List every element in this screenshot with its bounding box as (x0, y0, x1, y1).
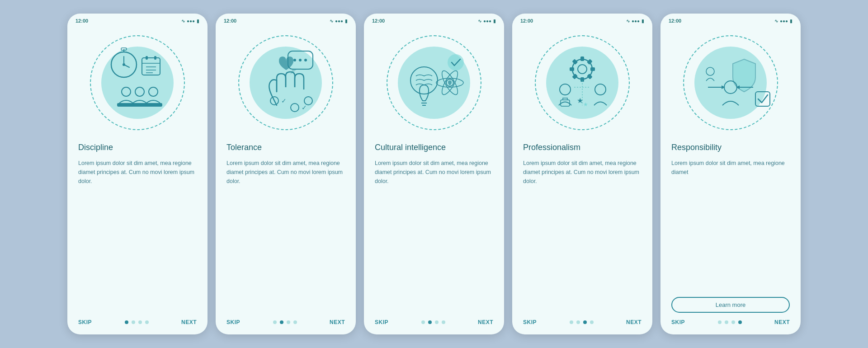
svg-point-19 (293, 59, 296, 61)
dot-r3 (731, 320, 735, 324)
professionalism-illustration: ★ ★ (530, 31, 634, 135)
dot-p1 (570, 320, 573, 324)
tolerance-dots (273, 320, 297, 324)
dot-c4 (442, 320, 445, 324)
svg-rect-38 (587, 59, 593, 65)
svg-point-20 (299, 59, 302, 61)
cultural-bottom-nav: SKIP NEXT (364, 313, 504, 325)
svg-point-58 (706, 67, 714, 75)
battery-icon-2: ▮ (345, 19, 348, 24)
screen-cultural: 12:00 ∿ ●●● ▮ (364, 14, 504, 334)
status-bar-4: 12:00 ∿ ●●● ▮ (512, 14, 652, 26)
status-bar-1: 12:00 ∿ ●●● ▮ (67, 14, 208, 26)
professionalism-next-btn[interactable]: NEXT (626, 319, 642, 325)
svg-point-15 (135, 87, 144, 96)
responsibility-dots (718, 320, 742, 324)
dot-t2 (280, 320, 283, 324)
signal-icon-2: ●●● (335, 19, 343, 24)
discipline-svg (92, 38, 183, 128)
professionalism-title: Professionalism (523, 143, 642, 152)
tolerance-illustration: ✓ ✓ (234, 31, 338, 135)
dot-t4 (293, 320, 297, 324)
svg-rect-42 (572, 74, 578, 80)
wifi-icon: ∿ (181, 19, 185, 24)
discipline-next-btn[interactable]: NEXT (181, 319, 197, 325)
learn-more-button[interactable]: Learn more (671, 297, 790, 313)
discipline-skip-btn[interactable]: SKIP (78, 319, 92, 325)
cultural-next-btn[interactable]: NEXT (478, 319, 493, 325)
professionalism-skip-btn[interactable]: SKIP (523, 319, 537, 325)
responsibility-svg (685, 38, 776, 128)
cultural-dots (421, 320, 445, 324)
svg-point-47 (595, 84, 606, 95)
responsibility-skip-btn[interactable]: SKIP (671, 319, 685, 325)
battery-icon-5: ▮ (790, 19, 793, 24)
professionalism-svg: ★ ★ (537, 38, 627, 128)
svg-point-34 (448, 54, 464, 71)
svg-rect-37 (580, 56, 584, 61)
cultural-svg (389, 38, 479, 128)
responsibility-content: Responsibility Lorem ipsum dolor sit dim… (660, 143, 801, 313)
svg-point-36 (578, 65, 587, 74)
dot-c1 (421, 320, 425, 324)
tolerance-title: Tolerance (226, 143, 345, 152)
tolerance-svg: ✓ ✓ (241, 38, 331, 128)
signal-icon-4: ●●● (632, 19, 640, 24)
dot-p4 (590, 320, 594, 324)
dot-1 (125, 320, 128, 324)
professionalism-bottom-nav: SKIP NEXT (512, 313, 652, 325)
dot-2 (132, 320, 135, 324)
signal-icon-3: ●●● (483, 19, 491, 24)
responsibility-next-btn[interactable]: NEXT (774, 319, 790, 325)
tolerance-bottom-nav: SKIP NEXT (216, 313, 356, 325)
svg-rect-40 (587, 74, 593, 80)
screens-container: 12:00 ∿ ●●● ▮ (58, 5, 810, 343)
battery-icon-3: ▮ (493, 19, 496, 24)
cultural-body: Lorem ipsum dolor sit dim amet, mea regi… (375, 159, 493, 313)
svg-rect-11 (146, 56, 148, 60)
cultural-content: Cultural intelligence Lorem ipsum dolor … (364, 143, 504, 313)
wifi-icon-3: ∿ (478, 19, 481, 24)
time-1: 12:00 (75, 18, 88, 24)
svg-rect-5 (121, 48, 127, 50)
status-bar-2: 12:00 ∿ ●●● ▮ (216, 14, 356, 26)
dot-3 (138, 320, 142, 324)
discipline-content: Discipline Lorem ipsum dolor sit dim ame… (67, 143, 208, 313)
svg-point-21 (304, 59, 307, 61)
status-icons-5: ∿ ●●● ▮ (774, 19, 793, 24)
dot-c2 (428, 320, 432, 324)
wifi-icon-5: ∿ (774, 19, 778, 24)
status-bar-5: 12:00 ∿ ●●● ▮ (660, 14, 801, 26)
svg-point-16 (149, 87, 158, 96)
dot-r4 (738, 320, 742, 324)
cultural-skip-btn[interactable]: SKIP (375, 319, 388, 325)
professionalism-content: Professionalism Lorem ipsum dolor sit di… (512, 143, 652, 313)
status-icons-2: ∿ ●●● ▮ (330, 19, 348, 24)
dot-t3 (287, 320, 290, 324)
discipline-body: Lorem ipsum dolor sit dim amet, mea regi… (78, 159, 197, 313)
discipline-bottom-nav: SKIP NEXT (67, 313, 208, 325)
svg-point-26 (304, 97, 312, 105)
wifi-icon-2: ∿ (330, 19, 333, 24)
time-3: 12:00 (372, 18, 385, 24)
tolerance-body: Lorem ipsum dolor sit dim amet, mea regi… (226, 159, 345, 313)
professionalism-body: Lorem ipsum dolor sit dim amet, mea regi… (523, 159, 642, 313)
screen-discipline: 12:00 ∿ ●●● ▮ (67, 14, 208, 334)
dot-r2 (725, 320, 728, 324)
tolerance-skip-btn[interactable]: SKIP (226, 319, 240, 325)
tolerance-next-btn[interactable]: NEXT (330, 319, 345, 325)
responsibility-bottom-nav: SKIP NEXT (660, 313, 801, 325)
discipline-dots (125, 320, 149, 324)
responsibility-title: Responsibility (671, 143, 790, 152)
screen-responsibility: 12:00 ∿ ●●● ▮ (660, 14, 801, 334)
discipline-illustration (85, 31, 189, 135)
svg-rect-43 (570, 67, 574, 71)
time-2: 12:00 (224, 18, 236, 24)
responsibility-illustration (679, 31, 783, 135)
discipline-title: Discipline (78, 143, 197, 152)
dot-p2 (576, 320, 580, 324)
svg-point-52 (724, 81, 737, 94)
dot-c3 (435, 320, 439, 324)
status-icons-1: ∿ ●●● ▮ (181, 19, 199, 24)
cultural-title: Cultural intelligence (375, 143, 493, 152)
